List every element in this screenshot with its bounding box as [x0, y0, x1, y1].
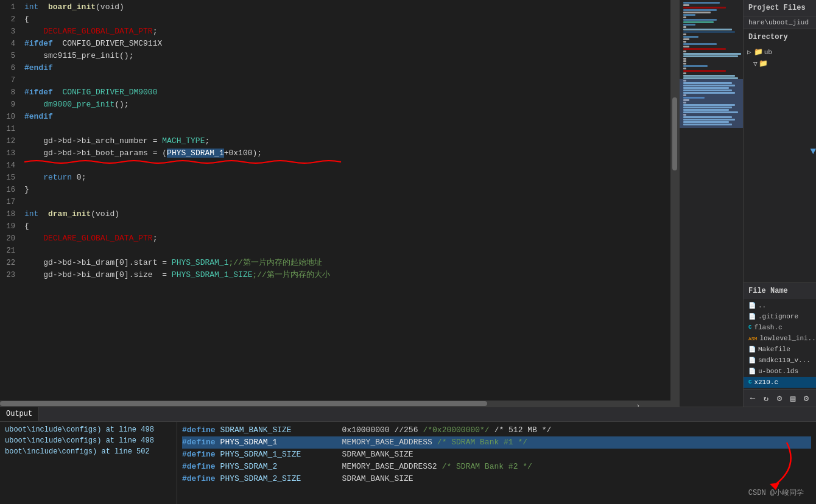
file-list: 📄 .. 📄 .gitignore C flash.c ASM lowlevel… [744, 299, 816, 389]
define-kw-4: #define [182, 461, 216, 473]
file-item-gitignore[interactable]: 📄 .gitignore [744, 311, 816, 322]
line-content-11 [21, 123, 29, 135]
file-item-smdkc[interactable]: 📄 smdkc110_v... [744, 355, 816, 366]
line-num-4: 4 [0, 38, 21, 50]
file-item-x210c[interactable]: C x210.c [744, 377, 816, 388]
define-comment-2: /* SDRAM Bank #1 */ [437, 436, 527, 449]
toolbar-btn-list[interactable]: ▤ [787, 392, 799, 404]
code-line-6: 6 #endif [0, 62, 670, 74]
scrollbar-thumb[interactable] [672, 97, 677, 170]
main-container: 1 int board_init(void) 2 { 3 DECLARE_GLO… [0, 0, 816, 407]
output-item-3[interactable]: boot\include\configs) at line 502 [5, 446, 172, 457]
line-num-11: 11 [0, 123, 21, 135]
file-item-lowlevel[interactable]: ASM lowlevel_ini... [744, 333, 816, 344]
minimap-highlight [680, 79, 743, 128]
line-num-22: 22 [0, 257, 21, 269]
define-line-4: #define PHYS_SDRAM_2 MEMORY_BASE_ADDRESS… [182, 461, 811, 473]
line-num-2: 2 [0, 13, 21, 26]
watermark: CSDN @小峻同学 [748, 488, 804, 498]
code-line-9: 9 dm9000_pre_init(); [0, 99, 670, 111]
minimap-content [680, 0, 743, 407]
code-line-1: 1 int board_init(void) [0, 1, 670, 13]
code-line-10: 10 #endif [0, 111, 670, 123]
define-name-4: PHYS_SDRAM_2 [220, 461, 342, 473]
code-line-23: 23 gd->bd->bi_dram[0].size = PHYS_SDRAM_… [0, 269, 670, 281]
file-item-dotdot[interactable]: 📄 .. [744, 300, 816, 311]
dir-expand-icon[interactable]: ▷ [747, 48, 751, 56]
define-kw-5: #define [182, 473, 216, 485]
line-content-19: { [21, 220, 29, 233]
file-item-ubootlds[interactable]: 📄 u-boot.lds [744, 366, 816, 377]
bottom-tabs: Output [0, 407, 816, 422]
toolbar-btn-settings[interactable]: ⚙ [800, 392, 812, 404]
bottom-content: uboot\include\configs) at line 498 uboot… [0, 422, 816, 504]
project-files-label: Project Files [744, 0, 816, 16]
file-item-flashc[interactable]: C flash.c [744, 322, 816, 333]
toolbar-btn-gear[interactable]: ⚙ [773, 392, 786, 404]
define-val-5: SDRAM_BANK_SIZE [342, 473, 413, 485]
code-line-2: 2 { [0, 13, 670, 26]
line-content-1: int board_init(void) [21, 1, 124, 13]
define-comment-1: /*0x20000000*/ [423, 424, 489, 436]
line-num-21: 21 [0, 245, 21, 257]
line-content-21 [21, 245, 29, 257]
code-lines: 1 int board_init(void) 2 { 3 DECLARE_GLO… [0, 0, 670, 282]
output-item-1[interactable]: uboot\include\configs) at line 498 [5, 424, 172, 435]
line-num-14: 14 [0, 159, 21, 172]
minimap: ▼ [679, 0, 743, 407]
code-line-13: 13 gd->bd->bi_boot_params = (PHYS_SDRAM_… [0, 147, 670, 159]
output-item-2[interactable]: uboot\include\configs) at line 498 [5, 435, 172, 446]
line-num-17: 17 [0, 196, 21, 208]
scroll-right[interactable]: › [636, 402, 640, 407]
bottom-tab-output[interactable]: Output [0, 407, 39, 421]
file-icon-lowlevel: ASM [748, 336, 757, 341]
line-content-14 [21, 159, 29, 172]
code-line-21: 21 [0, 245, 670, 257]
line-num-1: 1 [0, 1, 21, 13]
dir-collapse-icon[interactable]: ▽ [753, 60, 758, 68]
file-icon-flashc: C [748, 324, 751, 331]
code-line-5: 5 smc9115_pre_init(); [0, 50, 670, 62]
file-name-gitignore: .gitignore [758, 313, 798, 320]
line-num-13: 13 [0, 147, 21, 159]
file-name-x210c: x210.c [754, 379, 778, 386]
line-content-2: { [21, 13, 29, 26]
code-line-8: 8 #ifdef CONFIG_DRIVER_DM9000 [0, 86, 670, 99]
define-name-5: PHYS_SDRAM_2_SIZE [220, 473, 342, 485]
file-icon-smdkc: 📄 [748, 357, 756, 364]
file-icon-dotdot: 📄 [748, 302, 756, 309]
code-area[interactable]: 1 int board_init(void) 2 { 3 DECLARE_GLO… [0, 0, 670, 401]
file-name-lowlevel: lowlevel_ini... [759, 335, 816, 342]
line-content-13: gd->bd->bi_boot_params = (PHYS_SDRAM_1+0… [21, 147, 262, 159]
right-panel: Project Files hare\uboot_jiud Directory … [743, 0, 816, 407]
line-content-22: gd->bd->bi_dram[0].start = PHYS_SDRAM_1;… [21, 257, 322, 269]
code-line-16: 16 } [0, 184, 670, 196]
define-val-1: 0x10000000 //256 [342, 424, 418, 436]
define-name-2-highlighted: PHYS_SDRAM_1 [220, 436, 342, 449]
line-content-16: } [21, 184, 29, 196]
line-content-23: gd->bd->bi_dram[0].size = PHYS_SDRAM_1_S… [21, 269, 330, 281]
dir-item-ub[interactable]: ub [764, 49, 772, 56]
file-item-makefile[interactable]: 📄 Makefile [744, 344, 816, 355]
line-num-18: 18 [0, 208, 21, 220]
red-arrow-svg [726, 436, 799, 491]
line-num-8: 8 [0, 86, 21, 99]
vertical-scrollbar[interactable] [670, 0, 679, 407]
line-num-3: 3 [0, 26, 21, 38]
file-name-ubootlds: u-boot.lds [758, 368, 798, 375]
define-kw-3: #define [182, 449, 216, 461]
line-num-5: 5 [0, 50, 21, 62]
file-icon-makefile: 📄 [748, 346, 756, 353]
toolbar-btn-refresh[interactable]: ↻ [760, 392, 772, 404]
line-num-7: 7 [0, 74, 21, 86]
line-content-7 [21, 74, 29, 86]
define-val-2: MEMORY_BASE_ADDRESS [342, 436, 432, 449]
toolbar-btn-back[interactable]: ← [747, 392, 759, 404]
line-num-9: 9 [0, 99, 21, 111]
define-val-3: SDRAM_BANK_SIZE [342, 449, 413, 461]
line-content-8: #ifdef CONFIG_DRIVER_DM9000 [21, 86, 157, 99]
file-name-section: File Name 📄 .. 📄 .gitignore C flash.c AS… [744, 282, 816, 389]
file-icon-gitignore: 📄 [748, 313, 756, 320]
code-editor: 1 int board_init(void) 2 { 3 DECLARE_GLO… [0, 0, 670, 407]
horizontal-scrollbar[interactable]: › [0, 401, 670, 407]
